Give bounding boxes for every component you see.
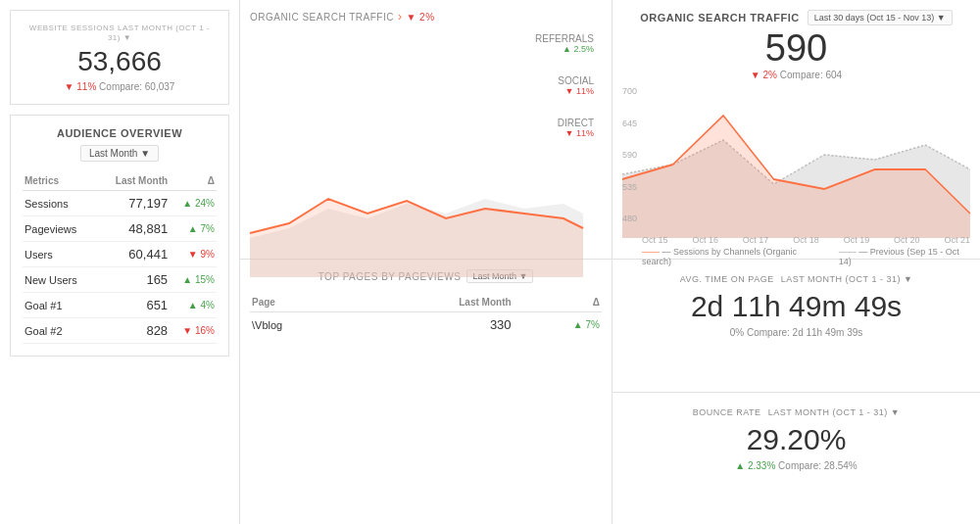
channel-pct: ▲ 2.5%	[250, 44, 602, 54]
metric-change: ▼ 16%	[170, 318, 217, 344]
chart-header: ORGANIC SEARCH TRAFFIC Last 30 days (Oct…	[622, 10, 970, 25]
avg-time-label: AVG. TIME ON PAGE Last Month (Oct 1 - 31…	[632, 274, 960, 284]
table-row: \Vblog 330 ▲ 7%	[250, 312, 602, 338]
y-axis: 700 645 590 535 480	[622, 86, 637, 223]
x-label-oct17: Oct 17	[743, 235, 769, 245]
table-row: New Users 165 ▲ 15%	[23, 267, 217, 293]
metric-change: ▲ 24%	[170, 191, 217, 216]
metric-change: ▲ 7%	[170, 216, 217, 242]
avg-time-card: AVG. TIME ON PAGE Last Month (Oct 1 - 31…	[612, 260, 980, 393]
chart-big-number: 590	[622, 27, 970, 70]
metric-name: Goal #2	[23, 318, 96, 344]
pages-table: Page Last Month Δ \Vblog 330 ▲ 7%	[250, 293, 602, 337]
main-chart-svg	[622, 86, 970, 238]
chart-subtitle: ▼ 2% Compare: 604	[622, 70, 970, 80]
metric-change: ▲ 15%	[170, 267, 217, 293]
y-label-535: 535	[622, 182, 637, 192]
metric-value: 48,881	[96, 216, 170, 242]
x-label-oct16: Oct 16	[692, 235, 718, 245]
page-col-header: Page	[250, 293, 350, 312]
metric-value: 77,197	[96, 191, 170, 216]
bounce-rate-compare: ▲ 2.33% Compare: 28.54%	[632, 460, 960, 471]
metric-value: 60,441	[96, 242, 170, 267]
bounce-rate-label: BOUNCE RATE Last Month (Oct 1 - 31) ▼	[632, 407, 960, 417]
ao-filter[interactable]: Last Month ▼	[23, 145, 217, 162]
y-label-700: 700	[622, 86, 637, 96]
channel-item: DIRECT ▼ 11%	[250, 118, 602, 138]
table-row: Users 60,441 ▼ 9%	[23, 242, 217, 267]
metric-value: 828	[96, 318, 170, 344]
website-sessions-card: WEBSITE SESSIONS Last Month (Oct 1 - 31)…	[10, 10, 229, 105]
x-label-oct19: Oct 19	[844, 235, 870, 245]
x-axis: Oct 15 Oct 16 Oct 17 Oct 18 Oct 19 Oct 2…	[642, 235, 970, 245]
legend-organic-line: ——	[642, 247, 660, 257]
chart-area: 700 645 590 535 480 Oct 15 Oct 16 Oct 17…	[622, 86, 970, 243]
chart-title: ORGANIC SEARCH TRAFFIC	[640, 12, 800, 24]
x-label-oct21: Oct 21	[944, 235, 970, 245]
ws-compare: ▼ 11% Compare: 60,037	[23, 81, 217, 92]
metric-value: 165	[96, 267, 170, 293]
last-month-pages-header: Last Month	[350, 293, 513, 312]
delta-col-header: Δ	[170, 171, 217, 191]
avg-time-compare: 0% Compare: 2d 11h 49m 39s	[632, 327, 960, 338]
channel-name: REFERRALS	[250, 33, 602, 44]
ws-number: 53,666	[23, 46, 217, 77]
channel-item: SOCIAL ▼ 11%	[250, 75, 602, 96]
page-name: \Vblog	[250, 312, 350, 338]
organic-change-pct: ▼ 2%	[406, 12, 434, 23]
chart-compare: Compare: 604	[780, 70, 842, 80]
x-label-oct15: Oct 15	[642, 235, 668, 245]
metric-change: ▲ 4%	[170, 293, 217, 318]
chart-change-pct: ▼ 2%	[751, 70, 777, 80]
x-label-oct18: Oct 18	[793, 235, 819, 245]
legend-previous-line: ——	[839, 247, 857, 257]
top-pages-panel: TOP PAGES BY PAGEVIEWS Last Month ▼ Page…	[240, 260, 612, 524]
channel-list: REFERRALS ▲ 2.5% SOCIAL ▼ 11% DIRECT ▼ 1…	[250, 33, 602, 138]
table-row: Sessions 77,197 ▲ 24%	[23, 191, 217, 216]
left-panel: WEBSITE SESSIONS Last Month (Oct 1 - 31)…	[0, 0, 240, 524]
chart-legend: —— — Sessions by Channels (Organic searc…	[622, 247, 970, 266]
avg-time-filter[interactable]: Last Month (Oct 1 - 31) ▼	[781, 274, 913, 284]
mini-chart-svg	[250, 160, 583, 277]
metrics-table: Metrics Last Month Δ Sessions 77,197 ▲ 2…	[23, 171, 217, 344]
metric-name: New Users	[23, 267, 96, 293]
organic-chart-panel: ORGANIC SEARCH TRAFFIC Last 30 days (Oct…	[612, 0, 980, 260]
mid-organic-title: ORGANIC SEARCH TRAFFIC › ▼ 2%	[250, 10, 602, 24]
y-label-480: 480	[622, 214, 637, 223]
ws-label: WEBSITE SESSIONS Last Month (Oct 1 - 31)…	[23, 23, 217, 42]
bounce-rate-value: 29.20%	[632, 423, 960, 456]
right-bottom-panel: AVG. TIME ON PAGE Last Month (Oct 1 - 31…	[612, 260, 980, 524]
avg-time-value: 2d 11h 49m 49s	[632, 290, 960, 323]
channel-pct: ▼ 11%	[250, 86, 602, 96]
delta-pages-header: Δ	[514, 293, 602, 312]
mid-organic-panel: ORGANIC SEARCH TRAFFIC › ▼ 2% REFERRALS …	[240, 0, 612, 260]
channel-name: SOCIAL	[250, 75, 602, 86]
ao-filter-btn[interactable]: Last Month ▼	[80, 145, 159, 162]
metrics-col-header: Metrics	[23, 171, 96, 191]
page-value: 330	[350, 312, 513, 338]
channel-item: REFERRALS ▲ 2.5%	[250, 33, 602, 54]
metric-name: Pageviews	[23, 216, 96, 242]
bounce-rate-card: BOUNCE RATE Last Month (Oct 1 - 31) ▼ 29…	[612, 393, 980, 525]
chart-filter-btn[interactable]: Last 30 days (Oct 15 - Nov 13) ▼	[808, 10, 953, 25]
table-row: Goal #1 651 ▲ 4%	[23, 293, 217, 318]
x-label-oct20: Oct 20	[894, 235, 920, 245]
ao-title: AUDIENCE OVERVIEW	[23, 127, 217, 139]
mini-chart-area	[250, 160, 602, 280]
y-label-590: 590	[622, 150, 637, 160]
last-month-col-header: Last Month	[96, 171, 170, 191]
arrow-right-icon: ›	[398, 10, 403, 24]
page-change: ▲ 7%	[514, 312, 602, 338]
bounce-rate-filter[interactable]: Last Month (Oct 1 - 31) ▼	[768, 407, 901, 417]
audience-overview-card: AUDIENCE OVERVIEW Last Month ▼ Metrics L…	[10, 115, 229, 357]
table-row: Pageviews 48,881 ▲ 7%	[23, 216, 217, 242]
y-label-645: 645	[622, 119, 637, 128]
legend-previous: —— — Previous (Sep 15 - Oct 14)	[839, 247, 970, 266]
legend-organic: —— — Sessions by Channels (Organic searc…	[642, 247, 823, 266]
table-row: Goal #2 828 ▼ 16%	[23, 318, 217, 344]
metric-value: 651	[96, 293, 170, 318]
metric-change: ▼ 9%	[170, 242, 217, 267]
channel-pct: ▼ 11%	[250, 128, 602, 138]
metric-name: Sessions	[23, 191, 96, 216]
metric-name: Users	[23, 242, 96, 267]
